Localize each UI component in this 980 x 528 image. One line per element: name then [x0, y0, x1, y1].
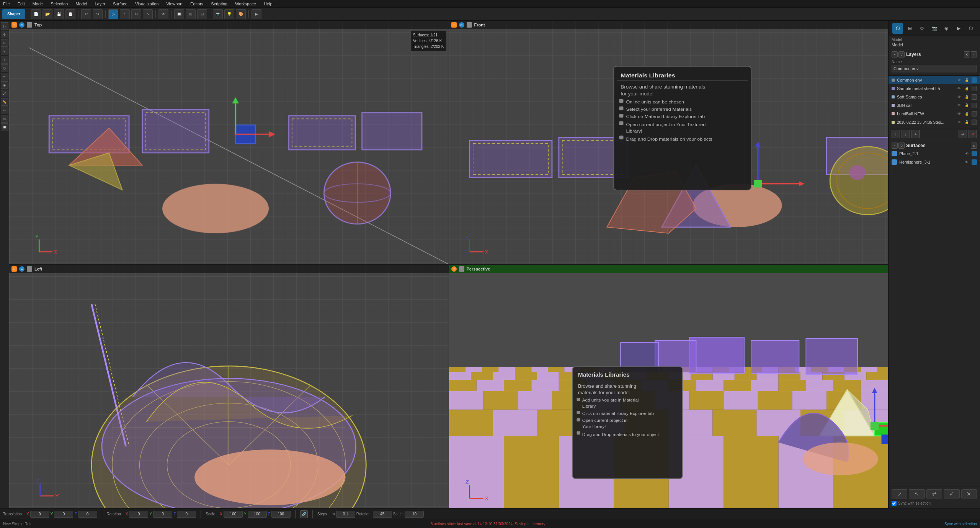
menu-viewport[interactable]: Viewport: [165, 2, 184, 6]
grid-btn[interactable]: ⊞: [186, 9, 196, 19]
viewport-left-settings[interactable]: [27, 266, 32, 272]
layer-check-date[interactable]: [972, 120, 977, 125]
viewport-top-settings[interactable]: [27, 22, 32, 28]
layer-eye-jbn[interactable]: 👁: [956, 103, 962, 108]
panel-tab-grid[interactable]: ⊞: [905, 23, 915, 34]
layer-item-lumiball[interactable]: LumiBall NEW 👁 🔓: [889, 110, 980, 118]
tool-paint[interactable]: 🖌: [1, 90, 8, 97]
layer-eye-soft[interactable]: 👁: [956, 94, 962, 100]
layer-item-common-env[interactable]: Common env 👁 🔓: [889, 76, 980, 84]
panel-tab-settings[interactable]: ⚙: [917, 23, 928, 34]
surface-check-plane[interactable]: [972, 151, 977, 156]
viewport-perspective[interactable]: Materials Libraries Browse and share stu…: [449, 265, 889, 508]
viewport-perspective-settings[interactable]: [459, 266, 464, 272]
sz-input[interactable]: [271, 511, 291, 518]
panel-bottom-btn-5[interactable]: ✕: [961, 489, 977, 498]
viewport-top[interactable]: X Y T C Top Surfaces: 1/21 Vertices: 4/1…: [9, 21, 449, 264]
menu-mode[interactable]: Mode: [31, 2, 45, 6]
rz-input[interactable]: [177, 511, 196, 518]
layer-eye-metal[interactable]: 👁: [956, 86, 962, 91]
tool-move[interactable]: ✛: [1, 31, 8, 38]
surface-check-hemisphere[interactable]: [972, 159, 977, 165]
panel-btn-down[interactable]: ↓: [902, 130, 910, 138]
sx-input[interactable]: [224, 511, 243, 518]
name-input[interactable]: [892, 65, 977, 72]
redo-btn[interactable]: ↪: [93, 9, 103, 19]
tz-input[interactable]: [78, 511, 97, 518]
undo-btn[interactable]: ↩: [81, 9, 91, 19]
layer-eye-date[interactable]: 👁: [956, 120, 962, 125]
move-btn[interactable]: ✛: [120, 9, 130, 19]
layer-check-lumiball[interactable]: [972, 111, 977, 116]
tool-extrude[interactable]: ↑: [1, 56, 8, 64]
rotation-angle-input[interactable]: [373, 511, 392, 518]
menu-visualization[interactable]: Visualization: [134, 2, 160, 6]
tool-scale[interactable]: ⤡: [1, 48, 8, 55]
layer-lock-lumiball[interactable]: 🔓: [964, 111, 969, 116]
panel-bottom-btn-3[interactable]: ⇄: [926, 489, 942, 498]
panel-tab-render[interactable]: ▶: [953, 23, 964, 34]
menu-edit[interactable]: Edit: [16, 2, 26, 6]
layer-check-soft[interactable]: [972, 94, 977, 100]
menu-selection[interactable]: Selection: [49, 2, 69, 6]
menu-scripting[interactable]: Scripting: [209, 2, 229, 6]
tool-select[interactable]: ▷: [1, 22, 8, 30]
tool-mirror[interactable]: ⇔: [1, 107, 8, 114]
tool-rotate[interactable]: ↻: [1, 39, 8, 47]
rotate-btn[interactable]: ↻: [131, 9, 141, 19]
panel-btn-move[interactable]: ⇄: [959, 130, 967, 138]
snap-btn[interactable]: 🔲: [174, 9, 184, 19]
menu-help[interactable]: Help: [262, 2, 274, 6]
menu-surface[interactable]: Surface: [111, 2, 129, 6]
link-btn[interactable]: 🔗: [300, 510, 308, 518]
layer-eye-lumiball[interactable]: 👁: [956, 111, 962, 116]
align-btn[interactable]: ⊟: [197, 9, 207, 19]
tool-knife[interactable]: ✂: [1, 73, 8, 80]
ty-input[interactable]: [54, 511, 73, 518]
viewport-left[interactable]: Y Z L C Left: [9, 265, 449, 508]
render-btn[interactable]: ▶: [252, 9, 261, 19]
tool-magnet[interactable]: ◉: [1, 81, 8, 89]
layer-check-common[interactable]: [972, 77, 977, 83]
layer-item-soft-samples[interactable]: Soft Samples 👁 🔒: [889, 93, 980, 101]
tool-measure[interactable]: 📏: [1, 98, 8, 106]
layer-lock-date[interactable]: 🔓: [964, 120, 969, 125]
layer-lock-jbn[interactable]: 🔓: [964, 103, 969, 108]
camera-btn[interactable]: 📷: [213, 9, 223, 19]
tool-pivot[interactable]: ◎: [1, 115, 8, 123]
save-as-btn[interactable]: 📋: [65, 9, 75, 19]
sy-input[interactable]: [248, 511, 267, 518]
surface-item-plane[interactable]: Plane_2-1 👁: [889, 149, 980, 158]
scale-steps-input[interactable]: [405, 511, 424, 518]
layer-eye-common[interactable]: 👁: [956, 77, 962, 83]
tool-polygon[interactable]: ⬡: [1, 64, 8, 72]
menu-file[interactable]: File: [2, 2, 11, 6]
steps-m-input[interactable]: [336, 511, 355, 518]
select-btn[interactable]: ▷: [108, 9, 118, 19]
panel-btn-add[interactable]: +: [911, 130, 920, 138]
surface-item-hemisphere[interactable]: Hemisphere_3-1 👁: [889, 158, 980, 166]
ry-input[interactable]: [153, 511, 172, 518]
panel-tab-model[interactable]: ⬡: [892, 23, 903, 34]
light-btn[interactable]: 💡: [224, 9, 234, 19]
menu-layer[interactable]: Layer: [93, 2, 107, 6]
layers-filter-btn[interactable]: ▽: [898, 51, 905, 57]
layer-lock-common[interactable]: 🔓: [964, 77, 969, 83]
surface-eye-hemisphere[interactable]: 👁: [964, 159, 969, 165]
panel-tab-extra[interactable]: ⬡: [965, 23, 976, 34]
panel-bottom-btn-4[interactable]: ✓: [944, 489, 959, 498]
surfaces-add-btn[interactable]: +: [892, 143, 898, 149]
surfaces-settings-btn[interactable]: ⚙: [971, 143, 977, 149]
tx-input[interactable]: [30, 511, 49, 518]
menu-model[interactable]: Model: [74, 2, 89, 6]
layer-item-date-step[interactable]: 2018.02.22 13:34:35 Step... 👁 🔓: [889, 118, 980, 126]
scale-btn[interactable]: ⤡: [143, 9, 153, 19]
panel-btn-delete[interactable]: ✕: [969, 130, 977, 138]
layers-more-btn[interactable]: ⋯: [971, 51, 977, 57]
panel-bottom-btn-2[interactable]: ↖: [909, 489, 924, 498]
panel-bottom-btn-1[interactable]: ↗: [892, 489, 907, 498]
open-btn[interactable]: 📂: [42, 9, 52, 19]
new-btn[interactable]: 📄: [31, 9, 41, 19]
layer-check-metal[interactable]: [972, 86, 977, 91]
save-btn[interactable]: 💾: [54, 9, 64, 19]
